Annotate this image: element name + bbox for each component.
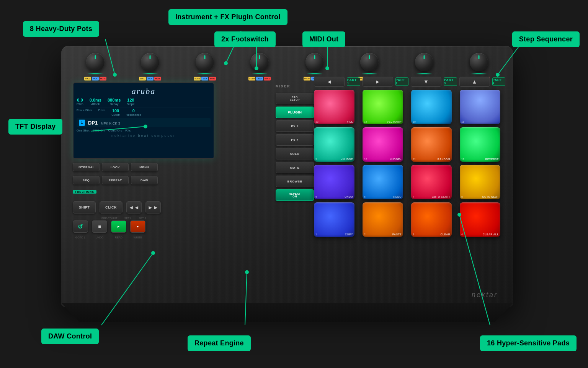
- pad-15-num: 15: [413, 120, 416, 123]
- pad-12[interactable]: 12 REVERSE: [460, 127, 500, 162]
- rewind-button[interactable]: ◄◄: [126, 201, 142, 214]
- pad-6[interactable]: 6 REDO: [363, 165, 403, 199]
- pad-2[interactable]: 2 PASTE: [363, 202, 403, 237]
- pad-6-func: REDO: [394, 196, 402, 198]
- click-button[interactable]: CLICK: [100, 201, 122, 214]
- pad-2-func: PASTE: [392, 233, 402, 236]
- pad-2-num: 2: [364, 233, 366, 236]
- pad-11[interactable]: 11 RANDOM: [411, 127, 452, 162]
- mute-1[interactable]: MUTE: [100, 77, 106, 80]
- callout-tft: TFT Display: [8, 119, 62, 135]
- browse-button[interactable]: BROWSE: [276, 176, 314, 187]
- vca-2[interactable]: VCA: [147, 77, 154, 80]
- mute-4[interactable]: MUTE: [264, 77, 271, 80]
- mute-button[interactable]: MUTE: [276, 162, 314, 173]
- solo-4[interactable]: SOLO: [248, 77, 255, 80]
- pad-9[interactable]: 9 <NUDGE: [314, 127, 354, 162]
- menu-button[interactable]: MENU: [131, 163, 158, 171]
- seq-button[interactable]: SEQ: [73, 176, 100, 184]
- pad-5[interactable]: 5 UNDO: [314, 165, 354, 199]
- nav-left-button[interactable]: ◄: [314, 77, 345, 87]
- part-1-label: PART 1: [347, 77, 360, 86]
- mute-3[interactable]: MUTE: [209, 77, 216, 80]
- callout-footswitch-box: 2x Footswitch: [214, 31, 276, 47]
- callout-hyper: 16 Hyper-Sensitive Pads: [480, 335, 577, 351]
- mute-2[interactable]: MUTE: [154, 77, 161, 80]
- screen-params-row2: Env > Filter Drive 100 Cutoff 0 Resonanc…: [77, 108, 211, 117]
- nav-up-button[interactable]: ▲: [459, 77, 490, 87]
- pad-9-func: <NUDGE: [341, 158, 353, 161]
- fx2-button[interactable]: FX 2: [276, 134, 314, 146]
- vca-1[interactable]: VCA: [92, 77, 99, 80]
- knob-4[interactable]: [250, 53, 269, 71]
- channel-4-buttons: SOLO VCA MUTE: [248, 77, 271, 80]
- pad-13[interactable]: 13 FILL: [314, 90, 354, 124]
- lock-button[interactable]: LOCK: [102, 163, 129, 171]
- knob-3[interactable]: [196, 53, 214, 71]
- pad-14[interactable]: 14 VEL RAMP: [363, 90, 403, 124]
- nav-right-button[interactable]: ►: [363, 77, 393, 87]
- callout-pots-box: 8 Heavy-Duty Pots: [23, 21, 99, 37]
- knob-7-led: [414, 73, 434, 74]
- screen-patch-display: 1 DP1 MPK KICK 3: [77, 118, 211, 127]
- tft-display: aruba 0.0 Pitch 0.0ms Attack 880ms Decay: [73, 82, 214, 159]
- pad-13-num: 13: [315, 120, 318, 123]
- pad-1-num: 1: [315, 233, 317, 236]
- fx1-button[interactable]: FX 1: [276, 120, 314, 132]
- knob-group-1: SOLO VCA MUTE: [84, 53, 106, 80]
- pad-10[interactable]: 10 NUDGE>: [363, 127, 403, 162]
- knob-6[interactable]: [360, 53, 379, 71]
- pad-8[interactable]: 8 GOTO NEXT: [460, 165, 500, 199]
- solo-2[interactable]: SOLO: [139, 77, 146, 80]
- shift-button[interactable]: SHIFT: [73, 201, 96, 214]
- callout-hyper-box: 16 Hyper-Sensitive Pads: [480, 335, 577, 351]
- functions-label: FUNCTIONS: [73, 190, 96, 194]
- knob-2[interactable]: [141, 53, 159, 71]
- nav-down-button[interactable]: ▼: [411, 77, 441, 87]
- knob-7[interactable]: [415, 53, 433, 71]
- daw-button[interactable]: DAW: [131, 176, 158, 184]
- record-button[interactable]: ●: [130, 220, 145, 233]
- knob-5[interactable]: [305, 53, 324, 71]
- repeat-on-button[interactable]: REPEATON: [276, 189, 314, 201]
- callout-daw-box: DAW Control: [41, 329, 99, 344]
- pad-7[interactable]: 7 GOTO START: [411, 165, 452, 199]
- param-decay-label: Decay: [110, 102, 119, 106]
- stop-button[interactable]: ■: [92, 220, 107, 233]
- pad-6-num: 6: [364, 196, 366, 198]
- pad-16[interactable]: 16: [460, 90, 500, 124]
- patch-sub: MPK KICK 3: [101, 122, 120, 125]
- vca-4[interactable]: VCA: [256, 77, 263, 80]
- pad-10-num: 10: [364, 158, 367, 161]
- plugin-button[interactable]: PLUGIN: [276, 107, 314, 118]
- solo-3[interactable]: SOLO: [194, 77, 201, 80]
- pad-navigation: ◄ PART 1 ► PART 2 ▼ PART 3 ▲ PART 4: [314, 77, 505, 87]
- knob-2-led: [140, 73, 160, 74]
- knob-8[interactable]: [470, 53, 488, 71]
- param-resonance-label: Resonance: [126, 113, 141, 117]
- solo-5[interactable]: SOLO: [304, 77, 310, 80]
- solo-button[interactable]: SOLO: [276, 148, 314, 159]
- callout-repeat: Repeat Engine: [188, 335, 251, 351]
- pad-3[interactable]: 3 CLEAR: [411, 202, 452, 237]
- pad-15[interactable]: 15: [411, 90, 452, 124]
- fastforward-button[interactable]: ►►: [145, 201, 161, 214]
- left-panel: aruba 0.0 Pitch 0.0ms Attack 880ms Decay: [73, 82, 272, 243]
- pad-4-num: 4: [461, 233, 463, 236]
- pad-grid: 13 FILL 14 VEL RAMP 15 16 9: [314, 90, 505, 237]
- pad-setup-button[interactable]: PADSETUP: [276, 93, 314, 104]
- screen-content: aruba 0.0 Pitch 0.0ms Attack 880ms Decay: [74, 83, 214, 158]
- pad-4-func: CLEAR ALL: [483, 233, 499, 236]
- pad-1-func: COPY: [345, 233, 353, 236]
- pad-1[interactable]: 1 COPY: [314, 202, 354, 237]
- solo-1[interactable]: SOLO: [84, 77, 91, 80]
- play-button[interactable]: ►: [111, 220, 126, 233]
- pad-4[interactable]: 4 CLEAR ALL: [460, 202, 500, 237]
- internal-button[interactable]: INTERNAL: [73, 163, 100, 171]
- repeat-button[interactable]: REPEAT: [102, 176, 129, 184]
- vca-3[interactable]: VCA: [201, 77, 208, 80]
- param-pitch: 0.0 Pitch: [77, 98, 83, 106]
- param-slope-label: Slope: [127, 102, 134, 106]
- loop-button[interactable]: ↺: [73, 220, 88, 233]
- knob-1[interactable]: [86, 53, 105, 71]
